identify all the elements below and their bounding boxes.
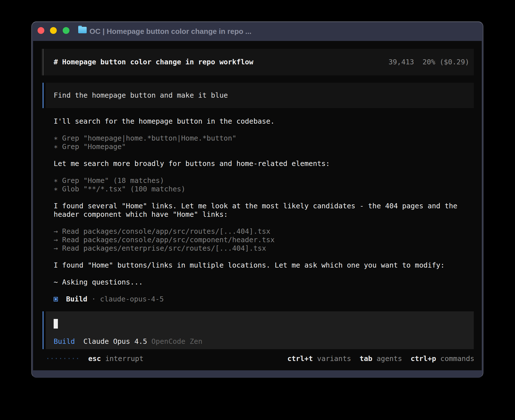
tool-call-line: → Read packages/enterprise/src/routes/[.…: [54, 244, 266, 253]
build-agent-icon: [54, 297, 58, 301]
spinner-dots: ········: [46, 355, 80, 363]
assistant-text-line: I found "Home" buttons/links in multiple…: [54, 261, 445, 270]
tab-key-hint: tab: [360, 355, 372, 363]
prompt-provider-label: OpenCode Zen: [151, 337, 202, 346]
user-message-text: Find the homepage button and make it blu…: [54, 91, 228, 100]
terminal-content: # Homepage button color change in repo w…: [33, 41, 482, 370]
session-header-border: [43, 49, 43, 75]
prompt-model-label: Claude Opus 4.5: [83, 337, 147, 346]
commands-label: commands: [440, 355, 474, 363]
user-message-border: [43, 83, 43, 108]
assistant-text-line: header component which have "Home" links…: [54, 210, 228, 219]
agent-status-row: Build · claude-opus-4-5: [54, 295, 164, 303]
prompt-agent-label: Build: [54, 337, 75, 346]
tool-call-line: ∗ Grep "Homepage": [54, 143, 126, 151]
close-button[interactable]: [38, 27, 44, 34]
agents-label: agents: [377, 355, 402, 363]
tool-call-line: → Read packages/console/app/src/componen…: [54, 236, 275, 244]
folder-icon: [78, 26, 87, 33]
status-model-name: claude-opus-4-5: [100, 295, 164, 303]
tool-call-line: ∗ Grep "homepage|home.*button|Home.*butt…: [54, 134, 236, 143]
text-cursor: [54, 319, 58, 329]
tool-call-line: → Read packages/console/app/src/routes/[…: [54, 227, 270, 236]
session-stats: 39,413 20% ($0.29): [389, 58, 469, 66]
prompt-input[interactable]: Build Claude Opus 4.5 OpenCode Zen: [41, 311, 474, 349]
session-title: # Homepage button color change in repo w…: [54, 58, 253, 66]
status-separator: ·: [91, 295, 96, 303]
assistant-text-line: I found several "Home" links. Let me loo…: [54, 202, 457, 210]
title-bar[interactable]: OC | Homepage button color change in rep…: [32, 22, 483, 41]
ctrl-p-key-hint: ctrl+p: [411, 355, 436, 363]
footer-left: ········ esc interrupt: [46, 355, 143, 363]
status-text-line: ~ Asking questions...: [54, 278, 143, 286]
assistant-text-line: I'll search for the homepage button in t…: [54, 117, 275, 126]
assistant-text-line: Let me search more broadly for buttons a…: [54, 159, 330, 168]
ctrl-t-key-hint: ctrl+t: [287, 355, 313, 363]
zoom-button[interactable]: [63, 27, 69, 34]
prompt-input-border: [43, 311, 43, 349]
minimize-button[interactable]: [50, 27, 57, 34]
session-header: # Homepage button color change in repo w…: [41, 49, 474, 75]
tool-call-line: ∗ Grep "Home" (18 matches): [54, 176, 164, 185]
user-message: Find the homepage button and make it blu…: [41, 83, 474, 108]
esc-key-label: interrupt: [105, 355, 143, 363]
prompt-meta: Build Claude Opus 4.5 OpenCode Zen: [54, 337, 202, 346]
footer-right: ctrl+t variants tab agents ctrl+p comman…: [287, 355, 474, 363]
window-title: OC | Homepage button color change in rep…: [90, 22, 252, 41]
variants-label: variants: [317, 355, 351, 363]
esc-key-hint: esc: [88, 355, 101, 363]
terminal-window: OC | Homepage button color change in rep…: [31, 21, 483, 378]
status-agent-name: Build: [66, 295, 87, 303]
tool-call-line: ∗ Glob "**/*.tsx" (100 matches): [54, 185, 186, 193]
